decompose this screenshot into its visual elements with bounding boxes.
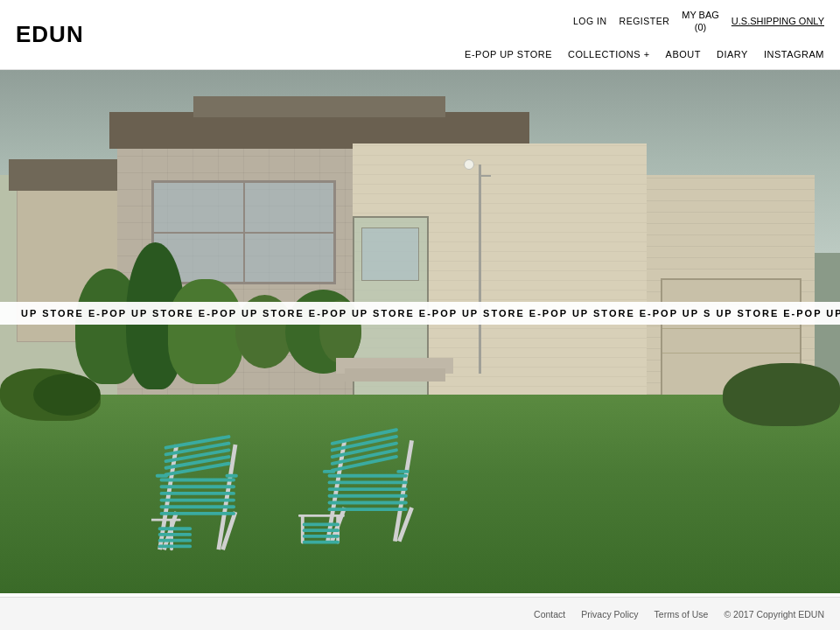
svg-rect-23 [158,544,191,548]
main-nav: E-POP UP STORE COLLECTIONS + ABOUT DIARY… [465,48,824,60]
svg-rect-5 [159,485,234,488]
my-bag-label: MY BAG [682,9,719,21]
svg-rect-21 [158,533,191,536]
svg-rect-16 [225,474,237,478]
svg-rect-45 [303,528,340,532]
lounge-chairs-svg [151,379,571,578]
svg-rect-46 [303,535,340,538]
my-bag-widget[interactable]: MY BAG (0) [682,9,719,34]
ticker-text: UP STORE E-POP UP STORE E-POP UP STORE E… [0,308,840,318]
footer-contact[interactable]: Contact [534,609,565,620]
svg-rect-8 [159,505,234,508]
photo-scene [0,70,840,593]
garage-door-panel-1 [662,280,800,304]
nav-instagram[interactable]: INSTAGRAM [764,49,824,60]
svg-rect-15 [156,474,168,478]
bush-1 [168,279,243,384]
nav-diary[interactable]: DIARY [717,49,748,60]
garage-door-panel-3 [662,329,800,354]
svg-rect-39 [323,470,335,473]
site-header: EDUN LOG IN REGISTER MY BAG (0) U.S.SHIP… [0,0,840,70]
nav-about[interactable]: ABOUT [666,49,701,60]
footer-copyright: © 2017 Copyright EDUN [724,609,824,620]
svg-rect-47 [303,540,340,543]
lamppost-pole [479,164,481,374]
svg-rect-33 [327,508,407,511]
collections-label: COLLECTIONS + [568,49,650,60]
svg-rect-6 [159,492,234,495]
epopup-link[interactable]: E-POP UP STORE [465,49,552,60]
svg-rect-32 [327,500,407,504]
svg-rect-28 [327,474,407,478]
bag-count: (0) [682,21,719,33]
window-divider-h [154,232,333,234]
ticker-content: UP STORE E-POP UP STORE E-POP UP STORE E… [0,308,840,318]
svg-rect-40 [396,470,409,473]
footer-terms[interactable]: Terms of Use [654,609,709,620]
svg-rect-20 [158,527,191,530]
shrub-right [723,363,840,426]
ticker-banner: UP STORE E-POP UP STORE E-POP UP STORE E… [0,302,840,325]
login-link[interactable]: LOG IN [573,16,607,26]
shrub-left-2 [33,374,101,416]
site-footer: Contact Privacy Policy Terms of Use © 20… [0,597,840,630]
svg-rect-29 [327,480,407,484]
svg-rect-31 [327,494,407,498]
svg-rect-22 [158,539,191,542]
top-right-links: LOG IN REGISTER MY BAG (0) U.S.SHIPPING … [573,9,824,34]
svg-rect-7 [159,498,234,501]
main-roof-peak [193,96,445,117]
neighbor-roof [9,159,135,191]
svg-rect-44 [303,522,340,526]
lamp-globe [464,159,474,170]
hero-image [0,70,840,593]
shipping-info: U.S.SHIPPING ONLY [732,15,824,27]
svg-rect-17 [151,519,181,522]
lamp-arm [479,175,491,177]
nav-collections[interactable]: COLLECTIONS + [568,49,650,60]
svg-rect-9 [159,512,234,515]
svg-rect-4 [159,478,234,481]
nav-epopup[interactable]: E-POP UP STORE [465,48,552,60]
front-window-large [151,180,336,285]
site-logo[interactable]: EDUN [16,21,84,48]
register-link[interactable]: REGISTER [620,16,670,26]
door-window [361,228,419,282]
svg-rect-30 [327,487,407,491]
footer-privacy[interactable]: Privacy Policy [581,609,638,620]
